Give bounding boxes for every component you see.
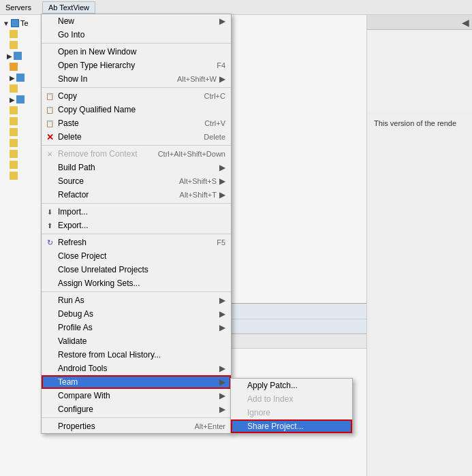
menu-item-delete[interactable]: ✕DeleteDelete [42,130,231,144]
arrow-team: ▶ [219,377,225,387]
menu-item-restore-history[interactable]: Restore from Local History... [42,348,231,362]
menu-item-profile-as[interactable]: Profile As▶ [42,321,231,334]
tree-item-te[interactable]: ▼ Te [0,18,42,29]
menu-item-open-type-hierarchy[interactable]: Open Type HierarchyF4 [42,59,231,72]
menu-item-import[interactable]: ⬇Import... [42,205,231,219]
menu-item-source[interactable]: SourceAlt+Shift+S▶ [42,174,231,188]
menu-label-delete: Delete [58,132,190,142]
menu-item-copy-qualified[interactable]: 📋Copy Qualified Name [42,103,231,116]
context-menu: New▶Go IntoOpen in New WindowOpen Type H… [41,14,232,434]
menu-label-copy-qualified: Copy Qualified Name [58,105,225,114]
tree-item-12[interactable] [7,148,42,159]
export-icon: ⬆ [44,220,55,231]
menu-item-close-unrelated[interactable]: Close Unrelated Projects [42,263,231,276]
menu-item-close-project[interactable]: Close Project [42,249,231,263]
menu-item-run-as[interactable]: Run As▶ [42,293,231,307]
menu-label-open-type-hierarchy: Open Type Hierarchy [58,61,203,70]
shortcut-delete: Delete [204,133,225,141]
arrow-compare-with: ▶ [219,391,225,400]
shortcut-refactor: Alt+Shift+T [180,191,217,199]
menu-item-paste[interactable]: 📋PasteCtrl+V [42,116,231,130]
shortcut-open-type-hierarchy: F4 [217,61,225,69]
menu-item-copy[interactable]: 📋CopyCtrl+C [42,89,231,103]
tree-item-6[interactable] [7,83,42,94]
menu-item-refresh[interactable]: ↻RefreshF5 [42,236,231,249]
menu-label-properties: Properties [58,422,180,431]
menu-label-restore-history: Restore from Local History... [58,350,225,360]
top-bar: Servers Ab TextView [0,0,472,15]
menu-label-android-tools: Android Tools [58,364,217,373]
submenu-item-share-project[interactable]: Share Project... [231,419,352,433]
menu-item-show-in[interactable]: Show InAlt+Shift+W▶ [42,72,231,86]
menu-item-go-into[interactable]: Go Into [42,28,231,42]
nav-arrow-icon[interactable]: ◀ [462,17,469,28]
submenu-item-add-to-index[interactable]: Add to Index [231,392,352,406]
remove-context-icon: ✕ [44,148,55,159]
menu-item-compare-with[interactable]: Compare With▶ [42,389,231,402]
servers-label: Servers [5,3,31,12]
menu-separator [42,145,231,146]
tree-item-7[interactable]: ▶ [7,94,42,105]
tree-item-14[interactable] [7,170,42,181]
menu-item-new[interactable]: New▶ [42,14,231,28]
menu-item-assign-working-sets[interactable]: Assign Working Sets... [42,276,231,290]
menu-item-export[interactable]: ⬆Export... [42,219,231,232]
right-panel: ◀ This version of the rende [366,15,472,476]
delete-icon: ✕ [44,131,55,142]
arrow-debug-as: ▶ [219,309,225,319]
menu-separator [42,203,231,204]
menu-label-compare-with: Compare With [58,391,217,400]
menu-label-configure: Configure [58,404,217,414]
menu-item-remove-context[interactable]: ✕Remove from ContextCtrl+Alt+Shift+Down [42,147,231,161]
tree-item-9[interactable] [7,116,42,127]
menu-item-properties[interactable]: PropertiesAlt+Enter [42,419,231,433]
tree-item-8[interactable] [7,105,42,116]
menu-separator [42,43,231,44]
shortcut-show-in: Alt+Shift+W [177,75,217,83]
tree-item-5[interactable]: ▶ [7,72,42,83]
menu-label-assign-working-sets: Assign Working Sets... [58,279,225,288]
tree-item-1[interactable] [7,29,42,39]
submenu-label-ignore: Ignore [247,408,347,417]
menu-item-android-tools[interactable]: Android Tools▶ [42,362,231,375]
menu-label-refresh: Refresh [58,238,203,247]
menu-label-go-into: Go Into [58,30,225,39]
left-panel: ▼ Te ▶ ▶ ▶ [0,15,42,476]
right-panel-header: ◀ [367,15,472,30]
tree-item-10[interactable] [7,127,42,138]
menu-item-validate[interactable]: Validate [42,334,231,348]
menu-item-configure[interactable]: Configure▶ [42,402,231,416]
menu-item-team[interactable]: Team▶ [42,375,231,389]
menu-item-refactor[interactable]: RefactorAlt+Shift+T▶ [42,188,231,202]
shortcut-paste: Ctrl+V [204,119,225,127]
tree-item-11[interactable] [7,138,42,148]
submenu-item-ignore[interactable]: Ignore [231,406,352,419]
menu-label-close-unrelated: Close Unrelated Projects [58,265,225,274]
menu-label-import: Import... [58,207,225,217]
textview-tab[interactable]: Ab TextView [42,1,95,14]
textview-label: Ab TextView [48,3,89,12]
copy-icon: 📋 [44,91,55,101]
menu-label-export: Export... [58,221,225,230]
menu-label-refactor: Refactor [58,190,166,200]
shortcut-source: Alt+Shift+S [179,177,217,185]
copy-qualified-icon: 📋 [44,104,55,115]
menu-item-open-new-window[interactable]: Open in New Window [42,45,231,59]
paste-icon: 📋 [44,118,55,129]
arrow-refactor: ▶ [219,190,225,200]
menu-separator [42,291,231,292]
tree-item-13[interactable] [7,159,42,170]
menu-label-validate: Validate [58,336,225,346]
tree-item-4[interactable] [7,61,42,72]
submenu-item-apply-patch[interactable]: Apply Patch... [231,379,352,392]
arrow-show-in: ▶ [219,74,225,84]
submenu-label-share-project: Share Project... [247,422,347,431]
tree-item-2[interactable] [7,39,42,50]
menu-item-build-path[interactable]: Build Path▶ [42,161,231,174]
menu-label-team: Team [58,377,217,387]
tree-item-3[interactable]: ▶ [7,50,42,61]
arrow-profile-as: ▶ [219,323,225,332]
arrow-configure: ▶ [219,404,225,414]
menu-item-debug-as[interactable]: Debug As▶ [42,307,231,321]
arrow-run-as: ▶ [219,296,225,305]
